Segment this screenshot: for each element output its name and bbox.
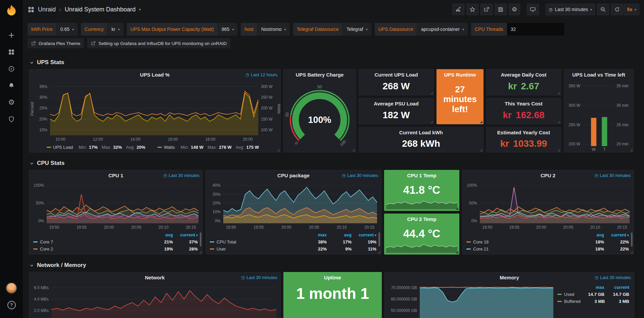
variable-value[interactable]: Telegraf▾	[342, 23, 371, 36]
legend-series-name[interactable]: Buffered	[564, 299, 581, 304]
variable-ups-max-output-power-capacity-watt-[interactable]: UPS Max Output Power Capacity (Watt)865▾	[127, 23, 238, 36]
legend-item[interactable]: WattsMin:148 WMax:278 WAvg:175 W	[157, 145, 259, 150]
sidebar-item-explore[interactable]	[0, 60, 23, 77]
variable-currency[interactable]: Currencykr▾	[81, 23, 124, 36]
save-button[interactable]	[495, 4, 507, 15]
memory-graph[interactable]: 50.000000 GB60.000000 GB70.000000 GB	[385, 282, 557, 318]
legend-series-name[interactable]: Core 18	[473, 239, 489, 244]
refresh-interval-picker[interactable]: 5s ▾	[624, 4, 639, 15]
dashboard-settings-button[interactable]: ⚙	[509, 4, 520, 15]
panel-title[interactable]: UPS Battery Charge	[296, 72, 344, 78]
zoom-out-button[interactable]	[597, 4, 609, 15]
panel-title[interactable]: CPU 2	[541, 173, 555, 178]
legend-series-name[interactable]: Core 2	[40, 246, 53, 252]
legend-row[interactable]: Buffered3 MB3 MB	[557, 298, 629, 305]
stat-value: 268 W	[383, 81, 410, 92]
sidebar-item-server-admin[interactable]	[0, 111, 23, 128]
breadcrumb-app[interactable]: Unraid	[38, 6, 56, 13]
sidebar-item-dashboards[interactable]	[0, 44, 23, 60]
panel-title[interactable]: Current Load kWh	[399, 130, 443, 135]
variable-value[interactable]: apcupsd-container▾	[417, 23, 468, 36]
legend-series-name[interactable]: User	[217, 246, 226, 252]
dashboard-title[interactable]: Unraid System Dashboard	[65, 6, 136, 13]
variable-value[interactable]: kr▾	[107, 23, 124, 36]
network-graph[interactable]: 2.0 MBs4.0 MBs6.0 MBs	[29, 282, 280, 318]
panel-title[interactable]: Estimated Yearly Cost	[497, 130, 550, 135]
dashboard-link[interactable]: Grafana Plex Theme	[28, 38, 84, 48]
variable-cpu-threads[interactable]: CPU Threads	[471, 23, 564, 36]
legend-row[interactable]: User22%9%11%	[210, 245, 376, 253]
panel-title[interactable]: Average PSU Load	[374, 101, 419, 106]
legend-scrollbar[interactable]	[631, 232, 633, 246]
panel-title[interactable]: This Years Cost	[505, 101, 542, 106]
variable-value[interactable]: Nostromo▾	[257, 23, 290, 36]
row-header-network-memory[interactable]: Network / Memory	[29, 259, 644, 272]
legend-column-header[interactable]: avg	[579, 232, 604, 237]
refresh-button[interactable]	[611, 4, 623, 15]
panel-title[interactable]: Average Daily Cost	[501, 72, 546, 78]
legend-column-header[interactable]: current▾	[352, 232, 376, 237]
panel-title[interactable]: Memory	[500, 275, 519, 280]
legend-column-header[interactable]: avg	[148, 232, 173, 237]
variable-input[interactable]	[507, 23, 564, 36]
star-button[interactable]	[466, 4, 478, 15]
legend-column-header[interactable]: max	[302, 232, 327, 237]
panel-title[interactable]: CPU package	[277, 173, 310, 178]
legend-scrollbar[interactable]	[200, 232, 201, 246]
panel-title[interactable]: Network	[145, 275, 165, 280]
cycle-view-button[interactable]	[527, 4, 539, 15]
panel-title[interactable]: CPU 2 Temp	[407, 216, 436, 222]
time-range-picker[interactable]: ◷ Last 30 minutes ▾	[546, 4, 595, 15]
variable-host[interactable]: hostNostromo▾	[241, 23, 289, 36]
share-button[interactable]	[480, 4, 493, 15]
legend-series-name[interactable]: Core 21	[473, 246, 489, 252]
legend-row[interactable]: Used14.7 GB14.7 GB	[557, 291, 629, 298]
legend-row[interactable]: Core 2118%22%	[466, 245, 629, 253]
sidebar-item-profile[interactable]	[0, 280, 23, 297]
sidebar-item-help[interactable]: ?	[0, 297, 23, 313]
legend-row[interactable]: CPU Total38%17%19%	[210, 238, 376, 245]
variable-telegraf-datasource[interactable]: Telegraf DatasourceTelegraf▾	[293, 23, 371, 36]
variable-value[interactable]: 0.65▾	[56, 23, 78, 36]
legend-item[interactable]: UPS LoadMin:17%Max:32%Avg:20%	[47, 145, 145, 150]
panel-title[interactable]: Current UPS Load	[374, 72, 418, 78]
cpu2-graph[interactable]: 0%50%100%19:5019:5520:0020:0520:1020:15	[462, 180, 634, 231]
sidebar-item-create[interactable]	[0, 27, 23, 44]
sidebar-item-alerting[interactable]	[0, 77, 23, 94]
panel-title[interactable]: Uptime	[324, 275, 341, 280]
variable-ups-datasource[interactable]: UPS Datasourceapcupsd-container▾	[375, 23, 468, 36]
legend-series-name[interactable]: Core 7	[40, 239, 53, 244]
grafana-logo[interactable]	[4, 4, 19, 19]
panel-title[interactable]: CPU 1	[108, 173, 123, 178]
legend-column-header[interactable]: avg	[327, 232, 352, 237]
row-header-cpu-stats[interactable]: CPU Stats	[29, 156, 644, 170]
sidebar-item-configuration[interactable]: ⚙	[0, 94, 23, 111]
row-header-ups-stats[interactable]: UPS Stats	[29, 56, 644, 69]
legend-column-header[interactable]: max	[580, 285, 604, 290]
legend-series-name[interactable]: Used	[564, 292, 574, 297]
panel-title[interactable]: UPS Load %	[140, 72, 170, 78]
variable-value[interactable]: 865▾	[218, 23, 237, 36]
dashboards-grid-icon	[8, 49, 15, 55]
legend-scrollbar[interactable]	[378, 232, 380, 246]
add-panel-button[interactable]	[452, 4, 464, 15]
panel-title[interactable]: UPS Load vs Time left	[572, 72, 625, 78]
legend-column-header[interactable]: current	[604, 285, 629, 290]
legend-value: 19%	[352, 239, 376, 244]
title-caret-down-icon[interactable]: ▾	[139, 7, 141, 12]
legend-series-name[interactable]: Watts	[164, 145, 175, 150]
dashboard-link[interactable]: Setting up Grafana and InfluxDB for UPS …	[87, 38, 230, 48]
legend-row[interactable]: Core 1818%22%	[466, 238, 629, 245]
legend-series-name[interactable]: CPU Total	[217, 239, 236, 244]
cpu-package-graph[interactable]: 0%10%20%30%40%19:5019:5520:0020:0520:102…	[206, 180, 381, 231]
legend-column-header[interactable]: current▾	[604, 232, 629, 237]
variable-kwh-price[interactable]: kWh Price0.65▾	[28, 23, 78, 36]
legend-column-header[interactable]: current▾	[173, 232, 198, 237]
legend-series-name[interactable]: UPS Load	[53, 145, 73, 150]
legend-row[interactable]: Core 721%37%	[33, 238, 198, 245]
legend-row[interactable]: Core 219%28%	[33, 245, 198, 253]
panel-title[interactable]: UPS Runtime	[444, 72, 476, 78]
cpu1-graph[interactable]: 0%50%100%19:5019:5520:0020:0520:1020:15	[29, 180, 202, 231]
ups-load-graph[interactable]: 15%100 W20%150 W25%200 W30%250 W35%300 W…	[29, 80, 280, 143]
panel-title[interactable]: CPU 1 Temp	[407, 173, 436, 178]
